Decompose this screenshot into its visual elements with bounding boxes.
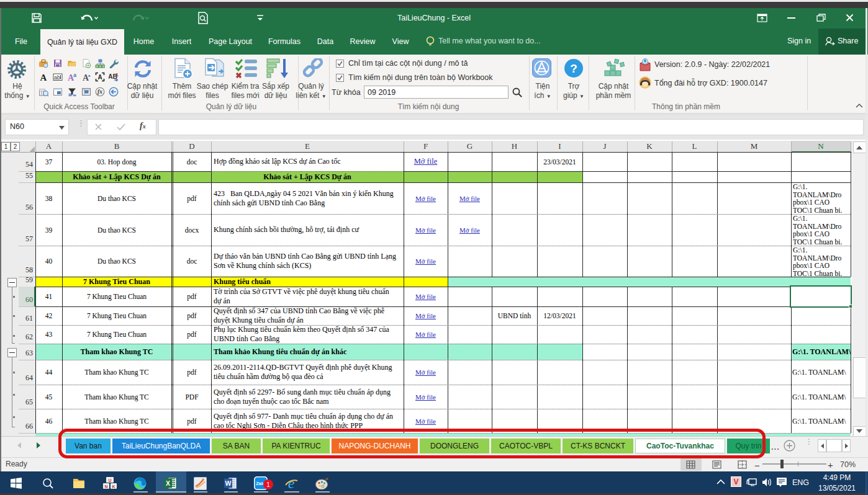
svg-text:?: ? <box>570 62 577 75</box>
svg-text:a: a <box>73 72 77 78</box>
svg-text:U: U <box>108 478 111 483</box>
svg-text:e: e <box>288 476 295 491</box>
svg-text:K: K <box>112 484 115 489</box>
svg-text:fx: fx <box>97 89 102 95</box>
svg-text:A: A <box>97 74 102 81</box>
svg-text:A: A <box>83 73 89 82</box>
svg-text:ab: ab <box>54 74 60 81</box>
svg-text:W: W <box>225 479 232 487</box>
svg-text:A: A <box>40 73 47 82</box>
svg-text:N: N <box>104 484 107 489</box>
svg-text:1: 1 <box>115 72 119 78</box>
svg-text:X: X <box>166 479 170 487</box>
